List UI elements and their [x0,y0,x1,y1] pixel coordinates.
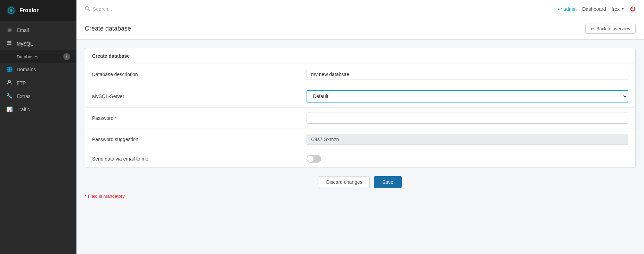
save-button[interactable]: Save [374,176,402,188]
discard-changes-button[interactable]: Discard changes [319,176,369,188]
databases-label: Databases [17,54,38,59]
frox-link[interactable]: frox ▼ [612,6,625,12]
create-database-form-card: Create database Database description MyS… [85,48,636,168]
form-row-db-description: Database description [85,64,635,85]
admin-link[interactable]: ↩ admin [558,6,577,12]
search-input[interactable] [93,6,162,12]
send-email-toggle[interactable] [307,155,321,163]
power-icon[interactable]: ⏻ [630,6,636,12]
topbar: ↩ admin Dashboard frox ▼ ⏻ [76,0,644,18]
logo-icon [6,6,16,15]
dashboard-link[interactable]: Dashboard [582,6,606,12]
svg-point-2 [10,9,12,11]
add-database-icon[interactable]: + [63,53,70,60]
sidebar-item-label: Traffic [17,107,30,112]
db-description-wrap [307,69,628,80]
send-email-wrap [307,155,628,163]
sidebar-item-email[interactable]: ✉ Email [0,24,76,37]
mysql-server-wrap: Default [307,90,628,103]
send-email-label: Send data via email to me [92,156,307,162]
form-row-password: Password * [85,108,635,129]
sidebar-item-label: Email [17,27,29,33]
ftp-icon [6,80,13,86]
back-button-label: Back to overview [596,26,630,31]
sidebar: Froxlor ✉ Email MySQL Databases + 🌐 Doma… [0,0,76,254]
svg-rect-5 [7,44,11,45]
logo-text: Froxlor [19,7,39,14]
traffic-icon: 📊 [6,106,13,113]
search-icon [85,6,90,12]
form-row-password-suggestion: Password suggestion C4s7iGxmzn [85,129,635,150]
topbar-right: ↩ admin Dashboard frox ▼ ⏻ [558,6,636,12]
search-area [85,6,162,12]
password-suggestion-value: C4s7iGxmzn [307,134,628,145]
back-to-overview-button[interactable]: ↩ Back to overview [585,24,636,34]
main-area: ↩ admin Dashboard frox ▼ ⏻ Create databa… [76,0,644,254]
admin-label: admin [563,6,577,12]
arrow-left-icon: ↩ [590,26,594,31]
toggle-slider [307,155,321,163]
sidebar-subitem-databases[interactable]: Databases + [0,50,76,63]
email-icon: ✉ [6,27,13,33]
logo: Froxlor [0,0,76,21]
form-actions: Discard changes Save [85,176,636,188]
password-suggestion-wrap: C4s7iGxmzn [307,134,628,145]
sidebar-item-label: Domains [17,67,36,72]
content-area: Create database ↩ Back to overview Creat… [76,18,644,254]
form-card-title: Create database [85,48,635,64]
sidebar-item-label: FTP [17,80,26,86]
db-description-label: Database description [92,72,307,77]
sidebar-item-label: MySQL [17,41,33,47]
reply-icon: ↩ [558,6,562,12]
required-star: * [115,115,116,121]
page-title: Create database [85,25,131,32]
page-header: Create database ↩ Back to overview [76,18,644,40]
password-input[interactable] [307,113,628,124]
sidebar-item-extras[interactable]: 🔧 Extras [0,90,76,103]
sidebar-item-mysql[interactable]: MySQL [0,37,76,50]
sidebar-item-label: Extras [17,93,31,99]
mysql-icon [6,40,13,47]
send-email-toggle-wrap [307,155,628,163]
chevron-down-icon: ▼ [621,7,625,11]
sidebar-nav: ✉ Email MySQL Databases + 🌐 Domains FTP … [0,21,76,254]
sidebar-item-ftp[interactable]: FTP [0,76,76,90]
sidebar-item-domains[interactable]: 🌐 Domains [0,63,76,76]
svg-point-6 [8,80,10,82]
mandatory-note: * Field is mandatory [85,194,636,199]
extras-icon: 🔧 [6,93,13,99]
svg-rect-3 [7,41,11,42]
mysql-server-select[interactable]: Default [307,90,628,103]
mysql-server-label: MySQL-Server [92,93,307,99]
sidebar-item-traffic[interactable]: 📊 Traffic [0,103,76,116]
domains-icon: 🌐 [6,66,13,73]
form-row-send-email: Send data via email to me [85,150,635,167]
svg-line-8 [89,9,90,11]
form-row-mysql-server: MySQL-Server Default [85,85,635,108]
password-wrap [307,113,628,124]
frox-label: frox [612,6,620,12]
password-label: Password * [92,115,307,121]
svg-rect-4 [7,42,11,43]
password-suggestion-label: Password suggestion [92,137,307,142]
db-description-input[interactable] [307,69,628,80]
